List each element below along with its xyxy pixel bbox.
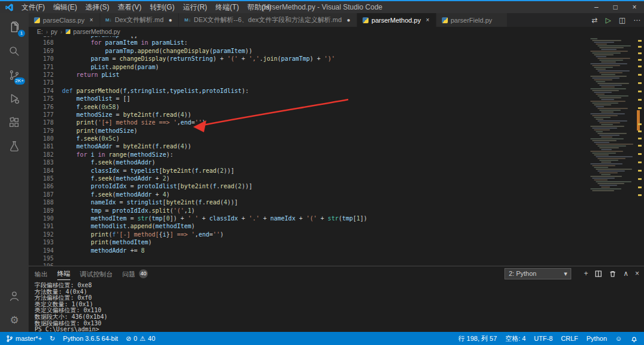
run-python-file-icon[interactable]: ▷ <box>605 16 611 24</box>
code-line-193[interactable]: 193 print(methodItem) <box>29 238 644 246</box>
maximize-panel-icon[interactable]: ∧ <box>623 270 628 277</box>
notifications-bell-icon[interactable] <box>630 335 638 343</box>
feedback-smiley-icon[interactable]: ☺ <box>615 335 622 342</box>
close-tab-icon[interactable]: × <box>89 17 94 23</box>
close-tab-icon[interactable]: × <box>425 17 431 23</box>
python-interpreter-indicator[interactable]: Python 3.6.5 64-bit <box>63 335 118 342</box>
minimap-content <box>590 38 636 191</box>
split-terminal-icon[interactable] <box>595 270 602 278</box>
chevron-right-icon: › <box>60 29 62 35</box>
code-line-194[interactable]: 194 methodAddr += 8 <box>29 247 644 254</box>
tab-1[interactable]: parseClass.py× <box>29 13 100 27</box>
code-line-189[interactable]: 189 tmp = protoIdIdx.split('(',1) <box>29 207 644 215</box>
menu-edit[interactable]: 编辑(E) <box>49 2 81 13</box>
code-line-170[interactable]: 170 param = changeDisplay(returnString) … <box>29 55 644 63</box>
title-bar: 文件(F) 编辑(E) 选择(S) 查看(V) 转到(G) 运行(R) 终端(T… <box>0 1 644 13</box>
source-control-badge: 2K+ <box>14 77 25 85</box>
tab-bar: parseClass.py×M↓Dex文件解析.md●M↓DEX文件解析--6、… <box>29 13 644 27</box>
kill-terminal-icon[interactable] <box>609 270 617 278</box>
extensions-icon <box>8 116 21 129</box>
code-line-196[interactable]: 196 <box>29 262 644 266</box>
panel-tab-problems[interactable]: 问题 <box>122 268 135 280</box>
tab-label: Dex文件解析.md <box>114 15 163 24</box>
new-terminal-icon[interactable]: + <box>584 270 588 277</box>
code-line-182[interactable]: 182 for i in range(methodSize): <box>29 151 644 158</box>
menu-selection[interactable]: 选择(S) <box>81 2 113 13</box>
tab-2[interactable]: M↓Dex文件解析.md● <box>100 13 179 27</box>
code-line-175[interactable]: 175 methodlist = [] <box>29 95 644 102</box>
code-line-192[interactable]: 192 print(f'[-] method[{i}] ==> ',end=''… <box>29 231 644 238</box>
code-line-178[interactable]: 178 print('[+] method size ==> ',end='') <box>29 119 644 126</box>
tab-5[interactable]: parserField.py <box>436 13 508 27</box>
git-branch-indicator[interactable]: master*+ <box>6 335 42 343</box>
code-line-177[interactable]: 177 methodSize = byte2int(f.read(4)) <box>29 111 644 119</box>
menu-run[interactable]: 运行(R) <box>179 2 212 13</box>
code-line-180[interactable]: 180 f.seek(0x5c) <box>29 135 644 142</box>
code-line-195[interactable]: 195 <box>29 254 644 262</box>
sidebar-item-run-debug[interactable] <box>0 87 29 111</box>
code-line-186[interactable]: 186 protoIdIdx = protoIdlist[byte2int(f.… <box>29 182 644 190</box>
open-changes-icon[interactable]: ⇄ <box>592 16 597 24</box>
menu-file[interactable]: 文件(F) <box>17 2 49 13</box>
tab-3[interactable]: M↓DEX文件解析--6、dex文件字段和方法定义解析.md● <box>179 13 357 27</box>
breadcrumb-file[interactable]: parserMethod.py <box>73 28 120 35</box>
minimap[interactable] <box>590 36 636 266</box>
code-line-176[interactable]: 176 f.seek(0x58) <box>29 103 644 111</box>
code-line-181[interactable]: 181 methodAddr = byte2int(f.read(4)) <box>29 142 644 150</box>
code-line-179[interactable]: 179 print(methodSize) <box>29 127 644 135</box>
sync-button[interactable]: ↻ <box>49 335 55 343</box>
code-line-183[interactable]: 183 f.seek(methodAddr) <box>29 158 644 166</box>
code-line-174[interactable]: 174def parserMethod(f,stringlist,typelis… <box>29 87 644 95</box>
python-file-icon <box>34 17 40 23</box>
menu-go[interactable]: 转到(G) <box>145 2 178 13</box>
settings-button[interactable]: ⚙ <box>0 308 29 332</box>
panel-tab-output[interactable]: 输出 <box>35 268 48 280</box>
code-line-168[interactable]: 168 for paramItem in paramList: <box>29 39 644 46</box>
code-line-191[interactable]: 191 methodlist.append(methodItem) <box>29 222 644 230</box>
encoding-indicator[interactable]: UTF-8 <box>534 335 553 342</box>
panel-tab-terminal[interactable]: 终端 <box>57 267 70 280</box>
maximize-button[interactable]: □ <box>606 1 625 13</box>
breadcrumb-drive[interactable]: E: <box>37 28 43 35</box>
code-line-190[interactable]: 190 methodItem = str(tmp[0]) + ' ' + cla… <box>29 215 644 222</box>
language-mode-indicator[interactable]: Python <box>587 335 607 342</box>
terminal-output[interactable]: 字段偏移位置: 0xe8方法数量: 4(0x4)方法偏移位置: 0xf0类定义数… <box>29 281 644 332</box>
code-line-172[interactable]: 172 return pList <box>29 71 644 79</box>
error-icon: ⊘ <box>126 335 131 343</box>
menu-view[interactable]: 查看(V) <box>113 2 145 13</box>
code-line-185[interactable]: 185 f.seek(methodAddr + 2) <box>29 175 644 182</box>
code-line-171[interactable]: 171 pList.append(param) <box>29 63 644 71</box>
sidebar-item-source-control[interactable]: 2K+ <box>0 63 29 87</box>
overview-ruler[interactable] <box>636 36 644 266</box>
editor-region: parseClass.py×M↓Dex文件解析.md●M↓DEX文件解析--6、… <box>29 13 644 332</box>
terminal-line: 方法数量: 4(0x4) <box>35 289 644 296</box>
code-line-173[interactable]: 173 <box>29 79 644 86</box>
code-line-188[interactable]: 188 nameIdx = stringlist[byte2int(f.read… <box>29 198 644 206</box>
indentation-indicator[interactable]: 空格: 4 <box>505 334 525 343</box>
editor-actions: ⇄ ▷ ◫ ⋯ <box>592 13 640 27</box>
split-editor-icon[interactable]: ◫ <box>619 16 626 24</box>
close-button[interactable]: × <box>625 1 644 13</box>
sidebar-item-extensions[interactable] <box>0 111 29 135</box>
breadcrumb-folder[interactable]: py <box>51 28 57 35</box>
cursor-position-indicator[interactable]: 行 198, 列 57 <box>459 334 497 343</box>
sidebar-item-testing[interactable] <box>0 135 29 158</box>
tab-4[interactable]: parserMethod.py× <box>357 13 436 27</box>
eol-indicator[interactable]: CRLF <box>561 335 578 342</box>
menu-terminal[interactable]: 终端(T) <box>211 2 243 13</box>
editor[interactable]: 167 paramTmp = []168 for paramItem in pa… <box>29 36 644 266</box>
code-line-184[interactable]: 184 classIdx = typelist[byte2int(f.read(… <box>29 167 644 175</box>
minimize-button[interactable]: – <box>587 1 606 13</box>
code-line-169[interactable]: 169 paramTmp.append(changeDisplay(paramI… <box>29 47 644 55</box>
panel-tab-debug-console[interactable]: 调试控制台 <box>80 268 113 280</box>
terminal-line: 数据段大小: 436(0x1b4) <box>35 314 644 321</box>
problems-indicator[interactable]: ⊘ 0 ⚠ 40 <box>126 335 155 343</box>
sidebar-item-search[interactable] <box>0 39 29 63</box>
terminal-picker-dropdown[interactable]: 2: Python ▾ <box>504 268 571 279</box>
code-line-187[interactable]: 187 f.seek(methodAddr + 4) <box>29 191 644 198</box>
sidebar-item-explorer[interactable]: 1 <box>0 15 29 39</box>
more-actions-icon[interactable]: ⋯ <box>633 16 640 24</box>
account-button[interactable] <box>0 284 29 308</box>
close-panel-icon[interactable]: × <box>635 270 639 277</box>
search-icon <box>8 45 21 58</box>
